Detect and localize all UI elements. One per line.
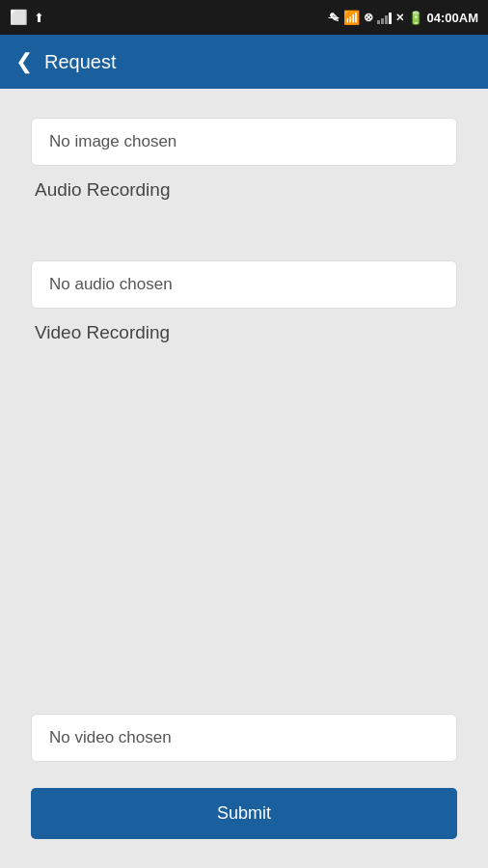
signal-bars-icon bbox=[377, 11, 392, 24]
edit-off-icon: ✎ bbox=[329, 11, 339, 25]
audio-recording-visual bbox=[31, 212, 457, 260]
status-bar: ⬜ ⬆ ✎ 📶 ⊗ ✕ 🔋 04:00AM bbox=[0, 0, 488, 35]
video-recording-label: Video Recording bbox=[31, 309, 457, 355]
image-placeholder-text: No image chosen bbox=[49, 132, 176, 150]
status-bar-right-icons: ✎ 📶 ⊗ ✕ 🔋 04:00AM bbox=[329, 10, 478, 25]
status-bar-left-icons: ⬜ ⬆ bbox=[10, 9, 44, 26]
video-field[interactable]: No video chosen bbox=[31, 714, 457, 762]
screen-icon: ⬜ bbox=[10, 9, 28, 26]
upload-icon: ⬆ bbox=[34, 11, 44, 25]
audio-field[interactable]: No audio chosen bbox=[31, 260, 457, 309]
sync-icon: ⊗ bbox=[364, 11, 373, 24]
submit-button[interactable]: Submit bbox=[31, 788, 457, 839]
app-bar: ❮ Request bbox=[0, 35, 488, 89]
main-content: No image chosen Audio Recording No audio… bbox=[0, 89, 488, 422]
video-placeholder-text: No video chosen bbox=[49, 728, 172, 746]
app-bar-title: Request bbox=[44, 51, 117, 73]
status-time: 04:00AM bbox=[427, 11, 478, 25]
wifi-icon: 📶 bbox=[343, 10, 360, 25]
no-signal-icon: ✕ bbox=[395, 12, 404, 24]
battery-icon: 🔋 bbox=[408, 11, 423, 25]
back-button[interactable]: ❮ bbox=[15, 49, 33, 74]
submit-container: Submit bbox=[31, 788, 457, 839]
audio-recording-label: Audio Recording bbox=[31, 166, 457, 212]
audio-placeholder-text: No audio chosen bbox=[49, 275, 173, 293]
video-recording-visual bbox=[31, 355, 457, 403]
image-field[interactable]: No image chosen bbox=[31, 118, 457, 166]
